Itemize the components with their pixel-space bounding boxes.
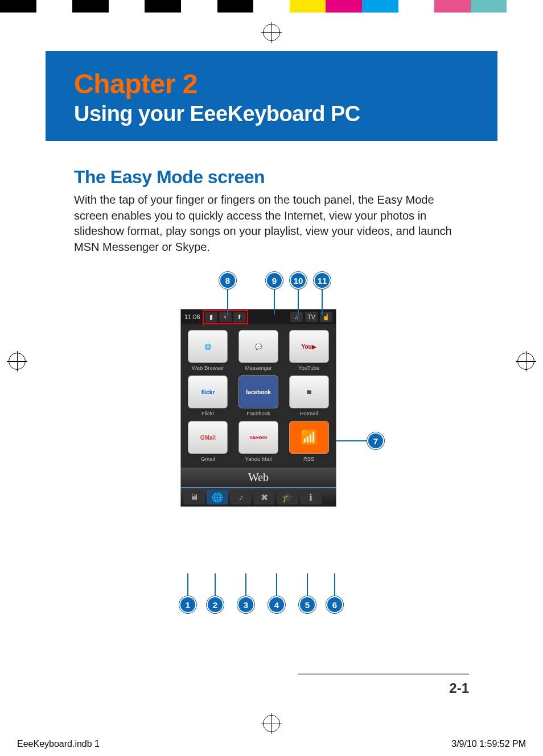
app-label: Gmail xyxy=(184,456,232,462)
bottom-bar: 🖥 🌐 ♪ ✖ 🎓 ℹ xyxy=(181,487,336,506)
status-bar: 11:06 ▮ ᚼ ⬆ ♫ TV ☝ xyxy=(181,309,336,324)
callout-10: 10 xyxy=(290,272,307,289)
leader-line xyxy=(334,573,335,596)
app-label: Facebook xyxy=(235,410,283,416)
app-facebook[interactable]: facebookFacebook xyxy=(233,373,284,419)
callout-4: 4 xyxy=(268,596,285,613)
print-slug: EeeKeyboard.indb 1 3/9/10 1:59:52 PM xyxy=(17,739,526,749)
messenger-icon: 💬 xyxy=(238,330,278,363)
youtube-icon: You▶ xyxy=(289,330,329,363)
slug-file: EeeKeyboard.indb 1 xyxy=(17,739,100,749)
leader-line xyxy=(187,573,188,596)
leader-line xyxy=(227,289,228,315)
rss-icon: 📶 xyxy=(289,421,329,454)
flickr-icon: flickr xyxy=(188,375,228,408)
info-icon[interactable]: ℹ xyxy=(300,490,322,505)
app-messenger[interactable]: 💬Messenger xyxy=(233,328,284,373)
app-gmail[interactable]: GMailGmail xyxy=(183,419,233,464)
desktop-icon[interactable]: 🖥 xyxy=(183,490,205,505)
bluetooth-icon: ᚼ xyxy=(219,312,232,322)
leader-line xyxy=(298,289,299,315)
chapter-number: Chapter 2 xyxy=(74,68,469,100)
app-label: RSS xyxy=(285,456,333,462)
app-label: Yahoo Mail xyxy=(235,456,283,462)
section-body: With the tap of your finger or fingers o… xyxy=(74,192,461,255)
signal-icon: ⬆ xyxy=(233,312,246,323)
callout-7: 7 xyxy=(367,432,384,449)
app-youtube[interactable]: You▶YouTube xyxy=(283,328,334,373)
registration-mark-icon xyxy=(9,353,26,370)
registration-mark-icon xyxy=(263,715,280,732)
callout-3: 3 xyxy=(237,596,254,613)
easy-mode-screenshot: 11:06 ▮ ᚼ ⬆ ♫ TV ☝ 🌐Web Browser 💬Messeng… xyxy=(180,309,336,507)
leader-line xyxy=(215,573,216,596)
slug-timestamp: 3/9/10 1:59:52 PM xyxy=(451,739,526,749)
music-icon[interactable]: ♫ xyxy=(290,312,303,322)
app-grid: 🌐Web Browser 💬Messenger You▶YouTube flic… xyxy=(181,324,336,468)
clock: 11:06 xyxy=(184,313,200,320)
app-label: Messenger xyxy=(235,365,283,371)
hotmail-icon: ✉ xyxy=(289,375,329,408)
callout-9: 9 xyxy=(266,272,283,289)
app-label: Hotmail xyxy=(285,410,333,416)
app-label: Web Browser xyxy=(184,365,232,371)
callout-11: 11 xyxy=(314,272,331,289)
status-highlight-box: ▮ ᚼ ⬆ xyxy=(203,310,248,324)
page: Chapter 2 Using your EeeKeyboard PC The … xyxy=(46,48,497,708)
facebook-icon: facebook xyxy=(238,375,278,408)
app-flickr[interactable]: flickrFlickr xyxy=(183,373,233,419)
tools-icon[interactable]: ✖ xyxy=(253,490,275,505)
app-rss[interactable]: 📶RSS xyxy=(283,419,334,464)
registration-mark-icon xyxy=(263,24,280,41)
leader-line xyxy=(245,573,246,596)
app-web-browser[interactable]: 🌐Web Browser xyxy=(183,328,233,373)
globe-icon: 🌐 xyxy=(188,330,228,363)
callout-2: 2 xyxy=(207,596,224,613)
callout-1: 1 xyxy=(179,596,196,613)
chapter-title: Using your EeeKeyboard PC xyxy=(74,102,469,126)
yahoo-mail-icon: YAHOO! xyxy=(238,421,278,454)
gmail-icon: GMail xyxy=(188,421,228,454)
leader-line xyxy=(336,440,367,441)
music-note-icon[interactable]: ♪ xyxy=(230,490,252,505)
printer-color-bar xyxy=(0,0,543,13)
figure: 8 9 10 11 7 11:06 ▮ ᚼ ⬆ xyxy=(141,272,402,647)
current-tab-label: Web xyxy=(181,468,336,487)
app-label: Flickr xyxy=(184,410,232,416)
app-yahoo-mail[interactable]: YAHOO!Yahoo Mail xyxy=(233,419,284,464)
tv-icon[interactable]: TV xyxy=(305,312,318,322)
battery-icon: ▮ xyxy=(205,312,217,323)
section-heading: The Easy Mode screen xyxy=(74,167,469,188)
callout-6: 6 xyxy=(326,596,343,613)
app-hotmail[interactable]: ✉Hotmail xyxy=(283,373,334,419)
graduation-icon[interactable]: 🎓 xyxy=(277,490,298,505)
leader-line xyxy=(322,289,323,315)
leader-line xyxy=(307,573,308,596)
page-number: 2-1 xyxy=(298,674,469,696)
callout-8: 8 xyxy=(219,272,236,289)
chapter-banner: Chapter 2 Using your EeeKeyboard PC xyxy=(46,51,497,141)
app-label: YouTube xyxy=(285,365,333,371)
registration-mark-icon xyxy=(517,353,534,370)
leader-line xyxy=(276,573,277,596)
leader-line xyxy=(274,289,275,315)
callout-5: 5 xyxy=(299,596,316,613)
content: The Easy Mode screen With the tap of you… xyxy=(46,141,497,647)
web-icon[interactable]: 🌐 xyxy=(207,490,228,505)
